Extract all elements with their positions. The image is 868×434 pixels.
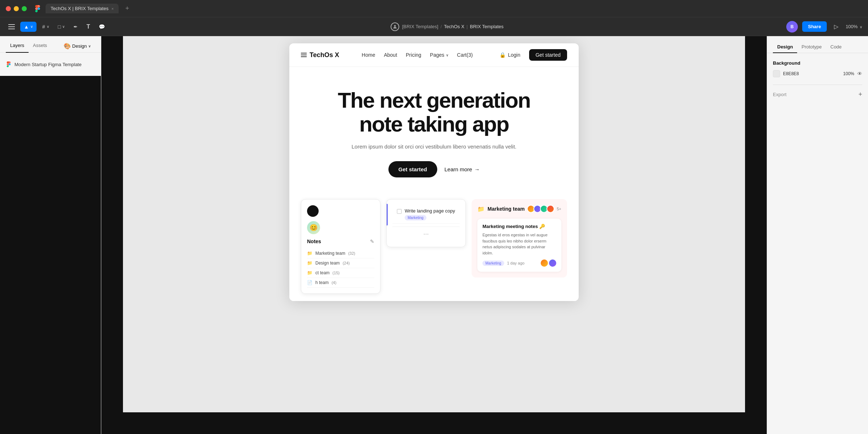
breadcrumb-user: [BRIX Templates] [402,24,438,29]
tab-assets[interactable]: Assets [29,40,51,53]
meeting-note-card: Marketing meeting notes 🔑 Egestas id ero… [477,219,561,272]
toolbar-center: [BRIX Templates] / TechOs X | BRIX Templ… [111,22,783,31]
nav-cart[interactable]: Cart(3) [457,52,473,58]
note-item-name: ct team [315,270,329,275]
user-avatar[interactable]: B [786,21,798,33]
meeting-member-avatars [541,259,556,267]
header-get-started-button[interactable]: Get started [529,49,567,61]
sidebar-indicator [387,204,388,225]
note-item-name: h team [315,280,329,285]
background-color-swatch[interactable] [773,70,780,77]
canvas-right-black [745,36,767,434]
breadcrumb-project: TechOs X [444,24,464,29]
frame-caret: ∨ [47,25,49,29]
user-avatar-card: 😊 [307,221,320,234]
right-panel-tabs: Design Prototype Code [767,36,868,53]
canvas-bottom-black [101,412,767,434]
hero-learn-more-link[interactable]: Learn more → [444,166,480,172]
learn-more-arrow: → [474,166,480,172]
select-tool[interactable]: ▲ ∨ [20,22,37,32]
notes-edit-icon[interactable]: ✎ [370,239,374,244]
note-count: (4) [332,280,336,285]
nav-pages[interactable]: Pages ∨ [430,52,448,58]
task-more: ··· [392,227,460,241]
nav-home[interactable]: Home [362,52,375,58]
play-button[interactable]: ▷ [831,22,841,31]
note-count: (32) [348,251,356,255]
notes-card: 😊 Notes ✎ 📁 Marketing team (32) 📁 Design… [301,199,380,294]
traffic-light-green[interactable] [22,6,27,11]
tab-close-button[interactable]: × [111,7,114,11]
right-panel: Design Prototype Code Background E8E8E8 … [767,36,868,434]
design-dropdown[interactable]: 🎨 Design ∨ [59,40,95,52]
traffic-light-yellow[interactable] [14,6,19,11]
share-button[interactable]: Share [802,21,827,32]
new-tab-button[interactable]: + [125,5,129,12]
nav-about[interactable]: About [384,52,397,58]
notes-title: Notes [307,239,321,244]
list-item[interactable]: 📄 h team (4) [307,278,374,288]
hero-get-started-button[interactable]: Get started [388,161,437,177]
svg-point-0 [394,25,396,27]
note-count: (15) [332,271,340,275]
list-item[interactable]: 📁 Marketing team (32) [307,249,374,258]
lock-icon: 🔒 [499,52,506,58]
tab-prototype[interactable]: Prototype [797,41,826,53]
divider [773,85,862,85]
meeting-avatar-1 [541,259,548,267]
profile-icon [391,22,399,31]
frame-tool[interactable]: # ∨ [39,22,52,32]
breadcrumb-sep2: | [467,24,468,29]
note-item-name: Design team [315,261,340,266]
text-icon: T [86,23,90,30]
canvas-area[interactable]: TechOs X Home About Pricing Pages ∨ Cart… [101,36,767,434]
login-button[interactable]: 🔒 Login [495,49,524,61]
list-item[interactable]: 📁 Design team (24) [307,258,374,268]
visibility-toggle[interactable]: 👁 [857,71,862,77]
select-icon: ▲ [24,24,29,30]
task-item: Write landing page copy Marketing [392,205,460,224]
task-tag: Marketing [405,215,426,220]
logo-text: TechOs X [310,51,339,59]
text-tool[interactable]: T [84,21,93,32]
export-section: Export + [773,91,862,98]
browser-chrome: TechOs X | BRIX Templates × + [0,0,868,17]
comment-tool[interactable]: 💬 [96,22,108,32]
export-add-button[interactable]: + [858,91,862,98]
background-label: Background [773,60,862,66]
meeting-note-text: Egestas id eros egestas in vel augue fau… [482,232,556,256]
list-item[interactable]: 📁 ct team (15) [307,268,374,278]
folder-icon: 📁 [307,261,312,266]
right-panel-content: Background E8E8E8 100% 👁 Export + [767,53,868,106]
pen-icon: ✒ [73,24,78,30]
hero-section: The next generation note taking app Lore… [289,67,579,192]
toolbar-right: B Share ▷ 100% ∨ [786,21,862,33]
nav-pricing[interactable]: Pricing [406,52,421,58]
shape-tool[interactable]: □ ∨ [55,22,68,32]
zoom-control[interactable]: 100% ∨ [846,24,862,29]
tab-design[interactable]: Design [773,41,797,53]
meeting-tags: Marketing 1 day ago [482,259,556,267]
tab-layers[interactable]: Layers [6,40,29,53]
site-logo: TechOs X [301,51,339,59]
marketing-card: 📁 Marketing team 5+ Marketing meeting [472,199,567,278]
task-card: Write landing page copy Marketing ··· [386,199,466,247]
browser-tab[interactable]: TechOs X | BRIX Templates × [46,4,119,13]
task-checkbox[interactable] [397,209,402,214]
traffic-light-red[interactable] [6,6,11,11]
hamburger-icon [301,53,307,57]
folder-icon: 📁 [307,270,312,275]
layer-item[interactable]: Modern Startup Figma Template [6,59,95,70]
shape-icon: □ [58,24,61,30]
meeting-note-title: Marketing meeting notes 🔑 [482,224,556,229]
tab-code[interactable]: Code [826,41,846,53]
frame-icon: # [42,24,45,30]
background-hex: E8E8E8 [783,71,840,76]
black-panel-area [0,76,101,434]
pen-tool[interactable]: ✒ [71,22,81,32]
layer-figma-icon [6,61,12,67]
notes-card-header: Notes ✎ [307,239,374,244]
breadcrumb-sep1: / [441,24,442,29]
menu-button[interactable] [6,21,17,33]
folder-icon: 📁 [307,251,312,256]
